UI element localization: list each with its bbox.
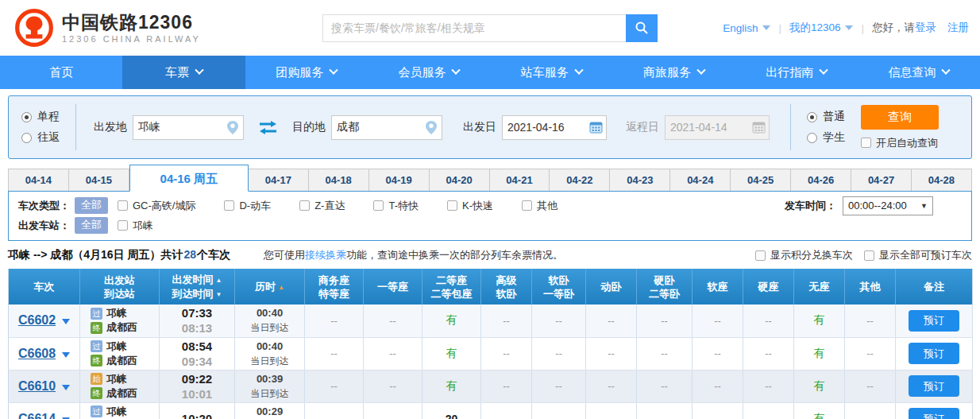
date-tab[interactable]: 04-17 (249, 169, 309, 191)
date-tab[interactable]: 04-15 (69, 169, 129, 191)
book-button[interactable]: 预订 (909, 310, 959, 332)
depart-time-select[interactable]: 00:00--24:00 ▼ (843, 196, 933, 215)
register-link[interactable]: 注册 (947, 21, 969, 35)
column-header[interactable]: 无座 (794, 269, 845, 305)
normal-radio[interactable]: 普通 (807, 110, 845, 124)
nav-item[interactable]: 站车服务 (490, 56, 612, 89)
column-header[interactable]: 动卧 (586, 269, 637, 305)
station-cell: 过邛崃终成都西 (80, 337, 160, 370)
column-header[interactable]: 硬卧二等卧 (637, 269, 693, 305)
column-header[interactable]: 二等座二等包座 (422, 269, 481, 305)
column-header[interactable]: 软卧一等卧 (532, 269, 586, 305)
column-header[interactable]: 一等座 (364, 269, 422, 305)
nav-item[interactable]: 信息查询 (858, 56, 980, 89)
chevron-down-icon (845, 25, 853, 30)
train-type-option[interactable]: T-特快 (373, 199, 419, 213)
date-tab[interactable]: 04-22 (550, 169, 610, 191)
swap-stations-button[interactable] (258, 121, 278, 134)
nav-item[interactable]: 团购服务 (245, 56, 368, 89)
to-input[interactable] (332, 116, 421, 139)
calendar-icon[interactable] (585, 121, 606, 134)
station-option[interactable]: 邛崃 (118, 219, 153, 233)
brand[interactable]: 中国铁路12306 12306 CHINA RAILWAY (14, 8, 322, 48)
date-tab[interactable]: 04-26 (791, 169, 851, 191)
show-points-checkbox[interactable]: 显示积分兑换车次 (755, 248, 853, 262)
nav-item[interactable]: 车票 (122, 56, 245, 89)
train-type-option[interactable]: Z-直达 (299, 199, 345, 213)
nav-item[interactable]: 出行指南 (735, 56, 858, 89)
column-header[interactable]: 备注 (896, 269, 973, 305)
depart-station-all-badge[interactable]: 全部 (75, 217, 108, 234)
station-name: 邛崃 (106, 405, 127, 419)
date-tab[interactable]: 04-24 (670, 169, 731, 191)
one-way-radio[interactable]: 单程 (21, 110, 60, 124)
query-button[interactable]: 查询 (861, 105, 939, 130)
date-tab[interactable]: 04-20 (430, 169, 490, 191)
sort-icon[interactable]: ▼ (216, 291, 222, 298)
train-type-option[interactable]: D-动车 (224, 199, 271, 213)
book-button[interactable]: 预订 (909, 408, 959, 419)
chevron-down-icon (195, 66, 203, 75)
date-tab[interactable]: 04-23 (610, 169, 670, 191)
date-tab[interactable]: 04-25 (731, 169, 791, 191)
train-number-link[interactable]: C6614 (18, 412, 56, 419)
column-header[interactable]: 出发时间▲到达时间▼ (160, 269, 235, 305)
to-label: 目的地 (292, 120, 326, 134)
depart-date-input[interactable] (503, 116, 585, 139)
seat-cell: -- (743, 402, 794, 419)
column-header[interactable]: 硬座 (743, 269, 794, 305)
date-tab[interactable]: 04-14 (8, 169, 69, 191)
date-tabs: 04-1404-1504-16 周五04-1704-1804-1904-2004… (8, 165, 972, 191)
date-tab[interactable]: 04-28 (912, 169, 972, 191)
round-trip-radio[interactable]: 往返 (21, 130, 60, 145)
transfer-link[interactable]: 接续换乘 (305, 249, 346, 261)
date-tab[interactable]: 04-21 (490, 169, 550, 191)
sort-icon[interactable]: ▲ (216, 277, 222, 284)
show-all-bookable-checkbox[interactable]: 显示全部可预订车次 (864, 248, 972, 262)
date-tab[interactable]: 04-27 (851, 169, 912, 191)
train-number-link[interactable]: C6608 (18, 347, 56, 360)
train-type-option[interactable]: 其他 (522, 199, 558, 213)
date-tab[interactable]: 04-19 (369, 169, 430, 191)
expand-caret-icon[interactable] (62, 385, 70, 390)
train-type-option[interactable]: GC-高铁/城际 (118, 199, 195, 213)
train-number-link[interactable]: C6602 (18, 313, 56, 327)
my-12306-menu[interactable]: 我的12306 (789, 21, 854, 35)
radio-icon (807, 133, 817, 143)
radio-icon (21, 133, 32, 143)
column-header[interactable]: 车次 (9, 269, 80, 305)
filter-panel: 车次类型： 全部 GC-高铁/城际D-动车Z-直达T-特快K-快速其他 发车时间… (8, 191, 972, 241)
expand-caret-icon[interactable] (62, 319, 70, 324)
student-radio[interactable]: 学生 (807, 130, 845, 145)
auto-query-checkbox[interactable]: 开启自动查询 (861, 136, 938, 150)
train-type-all-badge[interactable]: 全部 (75, 197, 108, 214)
normal-label: 普通 (823, 110, 845, 124)
nav-item[interactable]: 商旅服务 (612, 56, 735, 89)
seat-cell: -- (743, 337, 794, 370)
column-header[interactable]: 历时▲ (235, 269, 305, 305)
column-header[interactable]: 商务座特等座 (305, 269, 364, 305)
language-select[interactable]: English (723, 22, 770, 34)
search-input[interactable] (322, 14, 626, 42)
book-button[interactable]: 预订 (909, 375, 959, 397)
column-header[interactable]: 其他 (845, 269, 896, 305)
book-button[interactable]: 预订 (909, 343, 959, 364)
expand-caret-icon[interactable] (62, 352, 70, 358)
train-number-link[interactable]: C6610 (18, 379, 56, 393)
nav-item[interactable]: 首页 (0, 56, 122, 89)
column-header[interactable]: 软座 (693, 269, 743, 305)
seat-cell: -- (743, 370, 794, 402)
seat-cell: 有 (422, 305, 481, 337)
page: 中国铁路12306 12306 CHINA RAILWAY English | … (0, 0, 980, 419)
return-date-label: 返程日 (626, 120, 659, 134)
sort-icon[interactable]: ▲ (278, 284, 284, 291)
date-tab[interactable]: 04-16 周五 (129, 165, 249, 192)
from-input[interactable] (133, 116, 222, 139)
train-type-option[interactable]: K-快速 (447, 199, 493, 213)
nav-item[interactable]: 会员服务 (368, 56, 490, 89)
login-link[interactable]: 登录 (915, 21, 936, 35)
column-header[interactable]: 高级软卧 (481, 269, 532, 305)
search-button[interactable] (626, 14, 658, 42)
column-header[interactable]: 出发站到达站 (80, 269, 160, 305)
date-tab[interactable]: 04-18 (309, 169, 369, 191)
